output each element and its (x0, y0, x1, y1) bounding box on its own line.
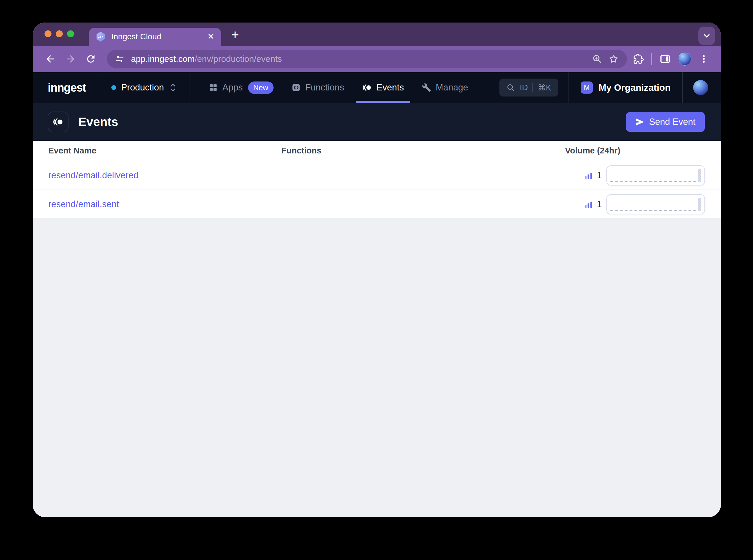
tab-close-icon[interactable]: ✕ (208, 33, 214, 41)
event-link[interactable]: resend/email.sent (48, 199, 119, 209)
event-name-cell: resend/email.delivered (33, 170, 282, 181)
page-body-empty-area (33, 219, 721, 517)
column-header-volume: Volume (24hr) (565, 146, 721, 156)
functions-icon (291, 83, 301, 92)
nav-item-events[interactable]: Events (356, 72, 410, 103)
event-name-cell: resend/email.sent (33, 199, 282, 209)
chevron-updown-icon (169, 83, 177, 93)
table-row[interactable]: resend/email.sent 1 (33, 190, 721, 219)
minimize-window-button[interactable] (56, 31, 63, 37)
browser-tab[interactable]: Inngest Cloud ✕ (89, 28, 221, 46)
inngest-logo[interactable]: inngest (48, 81, 86, 94)
nav-item-label: Manage (436, 82, 468, 93)
table-header: Event Name Functions Volume (24hr) (33, 141, 721, 161)
wrench-icon (422, 83, 431, 92)
sparkline-baseline (610, 210, 697, 211)
environment-label: Production (121, 82, 164, 93)
send-event-button[interactable]: Send Event (626, 112, 705, 132)
nav-divider (682, 72, 683, 103)
search-label: ID (520, 83, 528, 92)
browser-toolbar: app.inngest.com/env/production/events (33, 46, 721, 72)
organization-initial-badge: M (581, 81, 593, 94)
forward-button[interactable] (62, 50, 79, 68)
volume-sparkline (606, 165, 705, 185)
close-window-button[interactable] (44, 31, 52, 37)
nav-item-label: Functions (305, 82, 344, 93)
search-shortcut[interactable]: ID ⌘K (499, 79, 558, 97)
user-avatar[interactable] (693, 80, 708, 95)
nav-items: Apps New Functions Events (202, 72, 475, 103)
send-icon (635, 117, 644, 126)
environment-status-dot (111, 85, 116, 90)
navbar-right-cluster: ID ⌘K M My Organization (499, 72, 712, 103)
search-divider (533, 83, 533, 93)
forward-arrow-icon (65, 54, 76, 64)
browser-profile-avatar[interactable] (678, 52, 691, 66)
column-header-functions: Functions (282, 146, 565, 156)
address-bar[interactable]: app.inngest.com/env/production/events (107, 50, 627, 68)
column-header-event-name: Event Name (33, 146, 282, 156)
table-row[interactable]: resend/email.delivered 1 (33, 161, 721, 190)
volume-cell: 1 (565, 194, 721, 214)
organization-menu[interactable]: M My Organization (569, 81, 682, 94)
favicon (96, 31, 105, 42)
url-path: /env/production/events (195, 54, 282, 64)
new-tab-button[interactable]: + (227, 26, 243, 43)
back-button[interactable] (41, 50, 59, 68)
zoom-icon[interactable] (592, 54, 602, 64)
browser-menu-icon[interactable] (699, 54, 709, 64)
search-shortcut-keys: ⌘K (538, 83, 551, 93)
nav-item-apps[interactable]: Apps New (202, 72, 280, 103)
send-event-label: Send Event (649, 117, 695, 127)
bookmark-star-icon[interactable] (609, 54, 619, 64)
reload-button[interactable] (82, 50, 100, 68)
bar-chart-icon (583, 199, 593, 209)
site-settings-icon[interactable] (115, 54, 124, 64)
maximize-window-button[interactable] (67, 31, 74, 37)
sparkline-baseline (610, 181, 697, 182)
volume-count: 1 (597, 170, 602, 181)
nav-divider (189, 72, 189, 103)
new-badge: New (248, 81, 273, 94)
extensions-icon[interactable] (633, 54, 644, 64)
page-title: Events (78, 115, 118, 129)
browser-window: Inngest Cloud ✕ + (33, 22, 721, 517)
url-text[interactable]: app.inngest.com/env/production/events (131, 54, 586, 64)
search-icon (506, 83, 515, 92)
nav-item-functions[interactable]: Functions (285, 72, 350, 103)
toolbar-divider (651, 53, 652, 65)
traffic-lights (44, 31, 74, 37)
bar-chart-icon (583, 171, 593, 180)
page-header: Events Send Event (33, 103, 721, 141)
events-icon (362, 83, 372, 93)
page-icon-box (48, 112, 69, 132)
tab-title: Inngest Cloud (111, 32, 202, 41)
event-link[interactable]: resend/email.delivered (48, 170, 138, 180)
toolbar-right-cluster (633, 52, 709, 66)
active-tab-indicator (356, 101, 410, 103)
reload-icon (85, 54, 96, 64)
nav-item-label: Events (376, 82, 404, 93)
sparkline-bar (698, 169, 701, 182)
browser-tab-strip: Inngest Cloud ✕ + (33, 22, 721, 46)
chevron-down-icon (702, 31, 711, 40)
back-arrow-icon (45, 54, 56, 64)
volume-count: 1 (597, 199, 602, 209)
volume-cell: 1 (565, 165, 721, 185)
organization-name: My Organization (599, 82, 671, 93)
app-navbar: inngest Production Apps New (33, 72, 721, 103)
volume-sparkline (606, 194, 705, 214)
side-panel-icon[interactable] (660, 54, 671, 64)
nav-item-manage[interactable]: Manage (416, 72, 475, 103)
sparkline-bar (698, 198, 701, 211)
events-icon (53, 117, 64, 127)
apps-grid-icon (209, 83, 218, 92)
environment-selector[interactable]: Production (99, 72, 189, 103)
tab-list-button[interactable] (698, 26, 715, 45)
nav-item-label: Apps (223, 82, 243, 93)
url-host: app.inngest.com (131, 54, 195, 64)
